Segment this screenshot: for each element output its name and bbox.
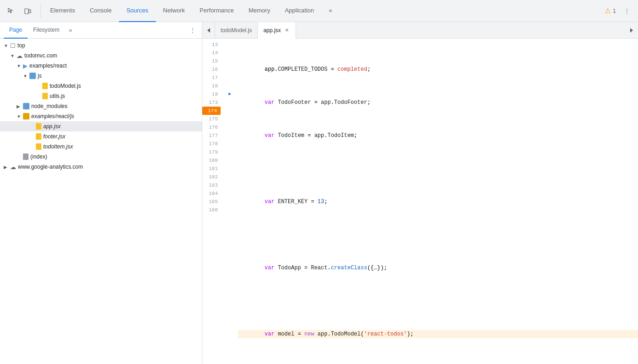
gutter-186 (225, 206, 234, 214)
tree-label-examples-react-js: examples/react/js (31, 113, 74, 119)
tree-label-top: top (17, 42, 25, 49)
tree-item-js[interactable]: ▼ js (0, 71, 202, 81)
gutter-14 (225, 49, 234, 57)
warning-badge[interactable]: ⚠ 1 (604, 6, 616, 15)
gutter-183 (225, 181, 234, 189)
tab-application[interactable]: Application (278, 0, 322, 22)
tab-memory[interactable]: Memory (241, 0, 278, 22)
line-num-177: 177 (202, 131, 222, 140)
file-yellow-icon (42, 83, 48, 89)
tree-item-examples-react[interactable]: ▼ ▶ examples/react (0, 61, 202, 71)
gutter-181 (225, 165, 234, 173)
nav-right: ⚠ 1 ⋮ (604, 4, 634, 18)
tree-item-todomvc[interactable]: ▼ ☁ todomvc.com (0, 51, 202, 61)
editor-tab-label-appjsx: app.jsx (263, 27, 281, 34)
gutter-185 (225, 198, 234, 206)
tree-label-node-modules: node_modules (31, 103, 68, 109)
folder-blue-icon (23, 103, 29, 109)
file-yellow-icon (36, 133, 41, 140)
tree-label-todomodel: todoModel.js (50, 83, 81, 89)
tab-elements[interactable]: Elements (43, 0, 82, 22)
tab-network[interactable]: Network (156, 0, 193, 22)
line-num-18: 18 (202, 82, 222, 90)
code-line-173 (238, 297, 638, 305)
tab-filesystem[interactable]: Filesystem (28, 22, 65, 39)
tree-item-footer-jsx[interactable]: footer.jsx (0, 131, 202, 142)
tree-item-examples-react-js[interactable]: ▼ examples/react/js (0, 111, 202, 121)
tree-item-node-modules[interactable]: ▶ node_modules (0, 101, 202, 111)
line-num-13: 13 (202, 40, 222, 49)
gutter-19[interactable]: ▶ (225, 90, 234, 98)
tab-sources[interactable]: Sources (119, 0, 156, 22)
gutter-184 (225, 189, 234, 198)
tree-label-js: js (38, 73, 42, 79)
gutter-16 (225, 65, 234, 74)
warning-icon: ⚠ (604, 6, 611, 15)
secondary-tab-options[interactable]: ⋮ (187, 25, 198, 36)
tree-label-todoitem-jsx: todoItem.jsx (43, 143, 73, 150)
top-nav: Elements Console Sources Network Perform… (0, 0, 638, 22)
tree-item-top[interactable]: ▼ ☐ top (0, 40, 202, 51)
editor-tabs: todoModel.js app.jsx ✕ (202, 22, 638, 39)
devtools-icons (4, 4, 41, 18)
secondary-tab-more[interactable]: » (65, 25, 76, 36)
tree-item-todoitem-jsx[interactable]: todoItem.jsx (0, 142, 202, 152)
folder-orange-icon (23, 113, 29, 119)
code-area: 13 14 15 16 17 18 19 173 174 175 176 177… (202, 39, 638, 364)
code-line-18 (238, 231, 638, 239)
line-num-186: 186 (202, 206, 222, 214)
tree-item-utils[interactable]: utils.js (0, 91, 202, 101)
collapse-right-button[interactable] (625, 22, 638, 39)
line-num-184: 184 (202, 189, 222, 198)
tree-label-utils: utils.js (50, 93, 65, 99)
tree-label-examples-react: examples/react (29, 63, 67, 69)
warning-count: 1 (613, 8, 616, 14)
select-element-icon[interactable] (4, 4, 18, 18)
line-num-180: 180 (202, 156, 222, 165)
code-line-17: var ENTER_KEY = 13; (238, 198, 638, 206)
device-toolbar-icon[interactable] (20, 4, 35, 18)
line-num-173: 173 (202, 98, 222, 107)
gutter-182 (225, 173, 234, 181)
collapse-left-button[interactable] (202, 22, 215, 39)
secondary-tabs: Page Filesystem » ⋮ (0, 22, 202, 39)
editor-tab-label-todomodel: todoModel.js (221, 27, 252, 34)
tree-label-app-jsx: app.jsx (43, 123, 61, 130)
code-line-14: var TodoFooter = app.TodoFooter; (238, 98, 638, 107)
tree-arrow: ▼ (4, 43, 10, 48)
tab-more[interactable]: » (321, 0, 339, 22)
more-options-button[interactable]: ⋮ (620, 4, 634, 18)
tab-console[interactable]: Console (82, 0, 119, 22)
code-line-174: var model = new app.TodoModel('react-tod… (238, 330, 638, 338)
editor-tab-todomodel[interactable]: todoModel.js (215, 22, 258, 39)
gutter-177 (225, 131, 234, 140)
gutter-180 (225, 156, 234, 165)
tree-arrow: ▶ (17, 104, 23, 109)
editor-tab-close-button[interactable]: ✕ (284, 27, 290, 34)
editor-tab-appjsx[interactable]: app.jsx ✕ (258, 22, 296, 39)
tree-arrow: ▼ (10, 53, 17, 58)
tree-label-footer-jsx: footer.jsx (43, 133, 65, 140)
gutter-15 (225, 57, 234, 65)
tree-item-todomodel[interactable]: todoModel.js (0, 81, 202, 91)
tab-performance[interactable]: Performance (192, 0, 241, 22)
tree-item-google-analytics[interactable]: ▶ ☁ www.google-analytics.com (0, 162, 202, 172)
gutter-17 (225, 74, 234, 82)
gutter-18 (225, 82, 234, 90)
cloud-icon: ☁ (17, 52, 23, 59)
file-yellow-icon (36, 143, 41, 150)
tree-arrow: ▼ (23, 74, 29, 79)
line-num-14: 14 (202, 49, 222, 57)
gutter-174 (225, 107, 234, 115)
file-gray-icon (23, 154, 28, 160)
gutter-13 (225, 40, 234, 49)
tab-page[interactable]: Page (4, 22, 28, 39)
gutter-179 (225, 148, 234, 156)
tree-item-index[interactable]: (index) (0, 152, 202, 162)
left-panel: Page Filesystem » ⋮ ▼ ☐ top ▼ ☁ todomvc.… (0, 22, 202, 364)
line-num-185: 185 (202, 198, 222, 206)
code-content: app.COMPLETED_TODOS = completed; var Tod… (234, 39, 638, 364)
main-nav-tabs: Elements Console Sources Network Perform… (43, 0, 604, 22)
tree-item-app-jsx[interactable]: app.jsx (0, 121, 202, 131)
code-line-19: var TodoApp = React.createClass({…}); (238, 264, 638, 272)
